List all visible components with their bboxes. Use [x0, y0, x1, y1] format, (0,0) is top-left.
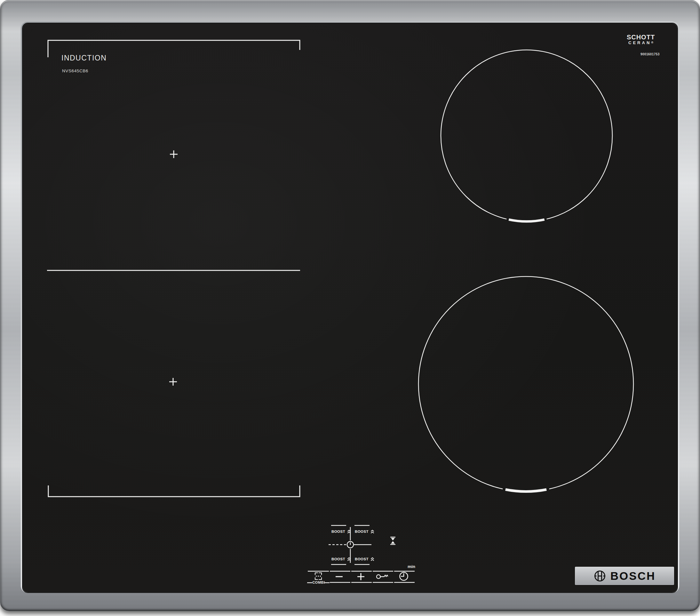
boost-label: BOOST — [332, 557, 345, 561]
boost-top-right-button[interactable]: BOOST — [355, 529, 374, 534]
bosch-anchor-icon — [593, 570, 606, 582]
combi-label[interactable]: COMBI — [309, 580, 329, 584]
model-number: NVS645CB6 — [62, 69, 88, 73]
boost-bottom-left-button[interactable]: BOOST — [332, 556, 351, 562]
registered-mark: ® — [651, 41, 653, 44]
boost-bottom-right-button[interactable]: BOOST — [355, 556, 374, 562]
boost-label: BOOST — [355, 530, 368, 533]
boost-chevrons-icon — [347, 530, 351, 534]
zone-type-label: INDUCTION — [61, 54, 107, 62]
bosch-badge: BOSCH — [575, 567, 674, 585]
schott-ceran-logo: SCHOTT CERAN® — [623, 34, 659, 45]
schott-text: SCHOTT — [623, 34, 659, 41]
boost-label: BOOST — [332, 530, 345, 533]
glass-code: 9001601753 — [640, 52, 660, 56]
boost-label: BOOST — [355, 557, 368, 561]
bosch-brand-text: BOSCH — [610, 570, 655, 582]
min-unit-label: min — [399, 564, 415, 569]
glass-surface — [23, 23, 677, 592]
boost-top-left-button[interactable]: BOOST — [332, 529, 351, 534]
boost-chevrons-icon — [371, 557, 374, 561]
boost-chevrons-icon — [347, 557, 351, 561]
boost-chevrons-icon — [371, 530, 374, 534]
induction-hob — [0, 0, 700, 611]
ceran-text: CERAN® — [623, 41, 659, 45]
product-photo: INDUCTION NVS645CB6 SCHOTT CERAN® 900160… — [0, 0, 700, 616]
